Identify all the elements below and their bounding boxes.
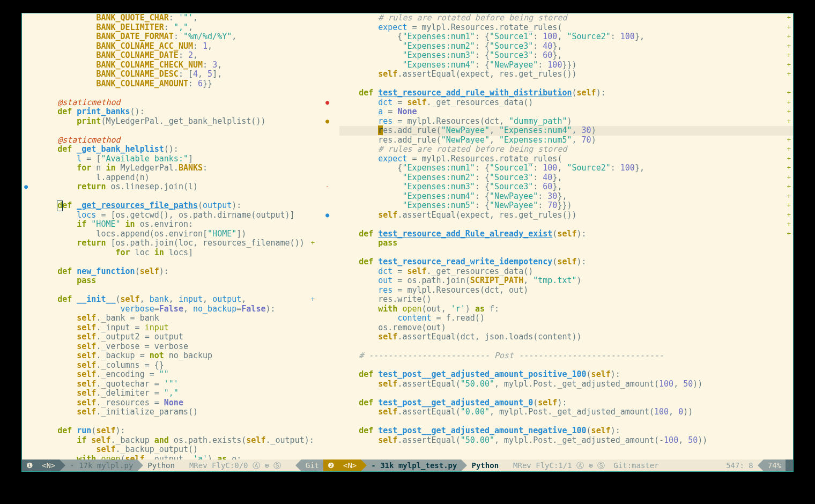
window-number-icon: ❶ [22, 459, 38, 471]
emacs-frame: ● ++ BANK_QUOTE_CHAR: '"', BANK_DELIMITE… [21, 13, 794, 472]
window-number-icon: ❷ [323, 459, 339, 471]
left-code[interactable]: BANK_QUOTE_CHAR: '"', BANK_DELIMITER: ",… [22, 13, 317, 459]
window-splitter[interactable] [317, 13, 323, 459]
right-pane[interactable]: ●●-● +++++++++++++++++++++++ # rules are… [323, 13, 793, 459]
git-branch: Git [301, 459, 323, 471]
right-code[interactable]: # rules are rotated before being stored … [323, 13, 793, 445]
cursor-position: 547: 8 [722, 459, 758, 471]
modeline: ❶ <N> - 17k mylpl.py Python MRev FlyC:0/… [22, 459, 793, 471]
scroll-percent: 74% [764, 459, 786, 471]
evil-state: <N> [339, 459, 361, 471]
evil-state: <N> [38, 459, 60, 471]
modeline-left[interactable]: ❶ <N> - 17k mylpl.py Python MRev FlyC:0/… [22, 459, 323, 471]
buffer-info: - 17k mylpl.py [65, 459, 137, 471]
major-mode: Python [467, 459, 503, 471]
modeline-right[interactable]: ❷ <N> - 31k mylpl_test.py Python MRev Fl… [323, 459, 793, 471]
minor-modes: MRev FlyC:0/0 Ⓐ ⊕ Ⓢ [185, 459, 285, 471]
minor-modes: MRev FlyC:1/1 Ⓐ ⊕ Ⓢ [509, 459, 609, 471]
content-area: ● ++ BANK_QUOTE_CHAR: '"', BANK_DELIMITE… [22, 13, 793, 459]
buffer-info: - 31k mylpl_test.py [367, 459, 461, 471]
left-pane[interactable]: ● ++ BANK_QUOTE_CHAR: '"', BANK_DELIMITE… [22, 13, 317, 459]
git-branch: Git:master [609, 459, 663, 471]
major-mode: Python [143, 459, 179, 471]
